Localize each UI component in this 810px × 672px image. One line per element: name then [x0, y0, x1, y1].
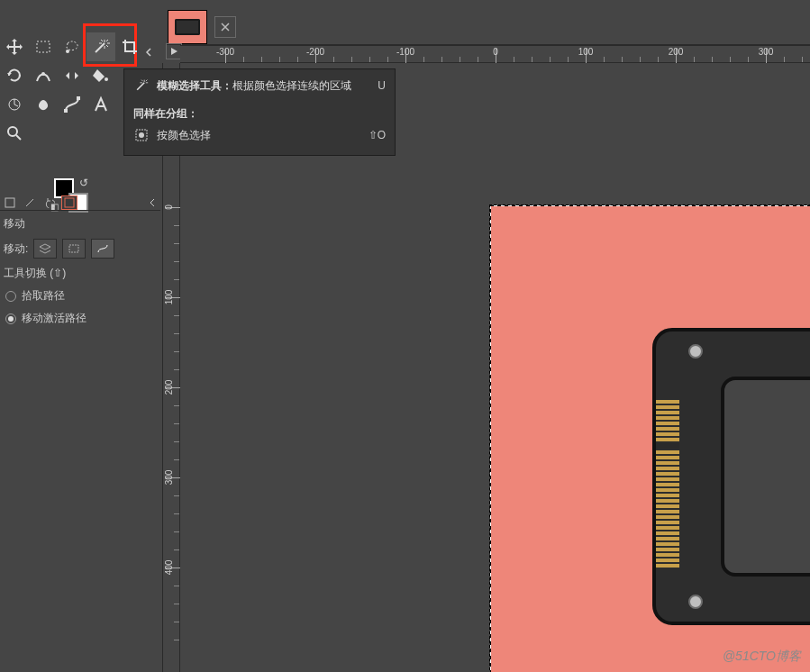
close-tab-button[interactable]	[214, 16, 236, 38]
warp-tool[interactable]	[29, 61, 58, 90]
path-small-icon	[96, 243, 109, 254]
tooltip-alt-shortcut: ⇧O	[369, 129, 386, 141]
move-icon	[5, 38, 23, 56]
svg-point-7	[8, 127, 17, 136]
dock-overflow-button[interactable]	[148, 197, 157, 210]
radio-label: 移动激活路径	[22, 311, 86, 326]
flip-tool[interactable]	[58, 61, 86, 90]
svg-point-3	[105, 77, 108, 81]
move-tool[interactable]	[0, 32, 29, 61]
watermark: @51CTO博客	[723, 649, 801, 665]
tooltip-group-title: 同样在分组：	[133, 106, 198, 122]
bucket-icon	[92, 67, 110, 85]
image-thumbnail-tab[interactable]	[168, 10, 207, 44]
ssd-illustration: ··	[652, 328, 810, 625]
text-icon	[92, 95, 110, 114]
horizontal-ruler[interactable]: -300-200-1000100200300	[180, 45, 810, 63]
zoom-tool[interactable]	[0, 119, 29, 148]
text-tool[interactable]	[86, 90, 115, 119]
magic-wand-icon	[92, 38, 110, 56]
select-by-color-icon	[133, 127, 150, 143]
image-icon	[64, 197, 75, 208]
image-tab-strip	[166, 9, 810, 45]
move-mode-selection[interactable]	[62, 239, 86, 259]
dock-tab-device[interactable]	[22, 195, 38, 210]
svg-rect-6	[77, 96, 80, 100]
smudge-icon	[34, 95, 52, 114]
panel-title: 移动	[0, 213, 160, 235]
magic-wand-icon	[133, 77, 150, 94]
undo-icon	[44, 197, 55, 208]
brush-icon	[24, 197, 35, 208]
connector-pins	[656, 400, 679, 569]
measure-tool[interactable]	[0, 90, 29, 119]
smudge-tool[interactable]	[29, 90, 58, 119]
svg-rect-8	[5, 198, 14, 207]
close-icon	[221, 23, 230, 32]
flip-icon	[63, 67, 81, 85]
svg-point-2	[41, 72, 45, 76]
chevron-left-icon	[148, 198, 157, 207]
bucket-tool[interactable]	[86, 61, 115, 90]
tool-tooltip: 模糊选择工具：根据颜色选择连续的区域 U 同样在分组： 按颜色选择 ⇧O	[123, 68, 396, 156]
tool-switch-title: 工具切换 (⇧)	[0, 262, 160, 285]
path-tool[interactable]	[58, 90, 86, 119]
svg-rect-5	[64, 109, 68, 113]
move-mode-path[interactable]	[91, 239, 114, 259]
svg-rect-0	[37, 41, 50, 52]
wrench-icon	[5, 197, 15, 208]
tooltip-tool-name: 模糊选择工具：根据颜色选择连续的区域	[157, 78, 351, 94]
radio-icon	[5, 291, 16, 302]
dock-tab-undo[interactable]	[41, 195, 58, 210]
move-mode-layer[interactable]	[33, 239, 57, 259]
tooltip-alt-tool: 按颜色选择	[157, 128, 211, 143]
rect-select-tool[interactable]	[29, 32, 58, 61]
zoom-icon	[5, 124, 23, 142]
radio-move-active-path[interactable]: 移动激活路径	[0, 307, 160, 330]
rect-select-icon	[34, 38, 52, 56]
dock-tab-tool-options[interactable]	[2, 195, 18, 210]
play-icon	[169, 47, 178, 56]
move-label: 移动:	[4, 241, 28, 257]
measure-icon	[5, 95, 23, 114]
rotate-icon	[5, 67, 23, 85]
layer-icon	[39, 243, 51, 254]
crop-icon	[121, 38, 139, 56]
dock-tab-images[interactable]	[61, 195, 77, 210]
radio-pick-path[interactable]: 拾取路径	[0, 285, 160, 307]
selection-icon	[68, 243, 80, 254]
svg-point-12	[139, 132, 144, 138]
free-select-tool[interactable]	[58, 32, 86, 61]
lasso-icon	[63, 38, 81, 56]
rotate-tool[interactable]	[0, 61, 29, 90]
toolbox: ↺ ◧	[0, 32, 144, 148]
svg-point-1	[66, 50, 69, 53]
swap-colors-button[interactable]: ↺	[79, 177, 88, 189]
thumbnail-icon	[175, 19, 200, 35]
crop-tool[interactable]	[115, 32, 144, 61]
chevron-left-icon	[144, 48, 153, 57]
image-on-canvas[interactable]: ··	[490, 205, 810, 672]
dockable-tabs	[0, 195, 160, 211]
fuzzy-select-tool[interactable]	[86, 32, 115, 61]
warp-icon	[34, 67, 52, 85]
svg-rect-10	[69, 245, 78, 252]
tooltip-shortcut: U	[378, 79, 386, 92]
tool-options-panel: 移动 移动: 工具切换 (⇧) 拾取路径 移动激活路径	[0, 213, 160, 330]
svg-rect-9	[65, 198, 74, 207]
path-icon	[63, 95, 81, 114]
radio-label: 拾取路径	[22, 288, 65, 304]
radio-icon	[5, 313, 16, 324]
